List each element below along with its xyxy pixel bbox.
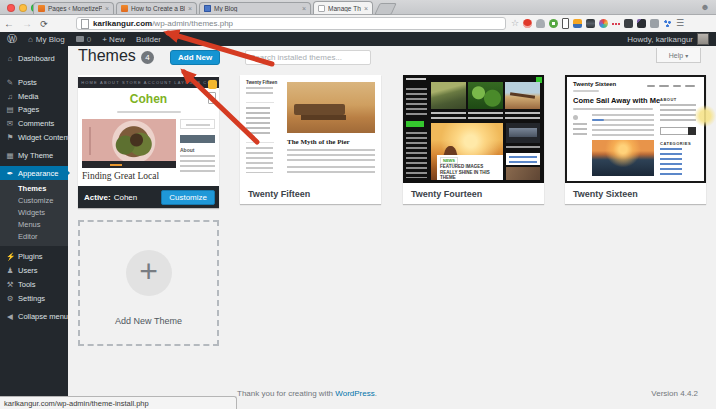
sidebar-item-tools[interactable]: ⚒Tools	[0, 278, 68, 291]
sidebar-item-widget-content[interactable]: ⚑Widget Content	[0, 131, 68, 144]
comments-shortcut[interactable]: 0	[76, 35, 91, 44]
pier-photo	[287, 82, 375, 133]
browser-tab-active[interactable]: Manage Themes ‹ My Blog ×	[313, 1, 373, 14]
widget-thumb-mountain	[506, 123, 540, 143]
hand-extension-icon[interactable]	[536, 19, 545, 28]
sidebar-green-button	[406, 121, 424, 127]
pages-icon: ▤	[6, 105, 14, 114]
divider	[246, 102, 274, 103]
green-extension-icon[interactable]	[549, 19, 558, 28]
tab-close-icon[interactable]: ×	[105, 5, 109, 12]
sidebar-item-users[interactable]: ♟Users	[0, 264, 68, 277]
theme-card-twenty-fifteen[interactable]: Twenty Fifteen The Myth of the Pier Twen…	[240, 75, 381, 204]
submenu-item-customize[interactable]: Customize	[18, 195, 68, 207]
tab-close-icon[interactable]: ×	[188, 5, 192, 12]
submenu-item-editor[interactable]: Editor	[18, 231, 68, 243]
bookmark-star-icon[interactable]: ☆	[511, 18, 519, 28]
forward-icon[interactable]: →	[18, 19, 36, 29]
chrome-menu-icon[interactable]: ☰	[676, 19, 684, 28]
cohen-nav: HOME ABOUT STORE ACCOUNT LAYOUTS CON	[78, 77, 219, 88]
sidebar-item-label: Users	[18, 266, 38, 275]
profile-icon[interactable]: ☻	[700, 2, 710, 12]
featured-post-box: NEWS FEATURED IMAGES REALLY SHINE IN THI…	[437, 155, 503, 180]
minimize-window-button[interactable]	[19, 4, 27, 12]
customize-button[interactable]: Customize	[161, 190, 215, 205]
sidebar-item-dashboard[interactable]: ⌂Dashboard	[0, 52, 68, 65]
tab-close-icon[interactable]: ×	[302, 5, 306, 12]
wordpress-link[interactable]: WordPress	[335, 389, 374, 398]
sidebar-item-comments[interactable]: ✉Comments	[0, 117, 68, 130]
address-bar[interactable]: karlkangur.com/wp-admin/themes.php	[76, 17, 506, 30]
text-placeholder	[246, 147, 273, 173]
link-list-placeholder	[660, 148, 682, 176]
sidebar-item-plugins[interactable]: ⚡Plugins	[0, 250, 68, 263]
submenu-item-widgets[interactable]: Widgets	[18, 207, 68, 219]
colorwheel-extension-icon[interactable]	[599, 19, 608, 28]
author-avatar	[573, 115, 578, 120]
theme-card-twenty-fourteen[interactable]: NEWS FEATURED IMAGES REALLY SHINE IN THI…	[403, 75, 544, 204]
wp-logo-menu[interactable]: Ⓦ	[7, 32, 17, 46]
site-menu[interactable]: ⌂ My Blog	[28, 35, 65, 44]
new-tab-button[interactable]	[374, 3, 397, 15]
sidebar-item-media[interactable]: ♫Media	[0, 90, 68, 103]
active-prefix: Active:	[84, 193, 111, 202]
cast-extension-icon[interactable]	[650, 19, 659, 28]
browser-tab-3[interactable]: My Blog ×	[199, 2, 311, 14]
text-placeholder	[573, 123, 587, 135]
extension-icons: ☰	[523, 18, 684, 29]
screenshot-extension-icon[interactable]	[637, 19, 646, 28]
text-placeholder	[509, 156, 537, 163]
sidebar-item-my-theme[interactable]: ▦My Theme	[0, 149, 68, 162]
phone-extension-icon[interactable]	[562, 18, 569, 29]
help-button[interactable]: Help	[656, 48, 701, 63]
sidebar-item-posts[interactable]: ✎Posts	[0, 76, 68, 89]
submenu-item-menus[interactable]: Menus	[18, 219, 68, 231]
adblock-extension-icon[interactable]	[523, 19, 532, 28]
sidebar-item-label: Plugins	[18, 252, 43, 261]
new-label: + New	[102, 35, 125, 44]
account-menu[interactable]: Howdy, karlkangur	[627, 33, 709, 45]
text-placeholder	[573, 90, 599, 92]
comment-count: 0	[87, 35, 91, 44]
theme-card-twenty-sixteen[interactable]: Twenty Sixteen Come Sail Away with Me AB…	[565, 75, 706, 204]
dark-square-extension-icon[interactable]	[624, 19, 633, 28]
dark-extension-icon[interactable]	[586, 19, 595, 28]
text-placeholder	[468, 112, 503, 120]
close-window-button[interactable]	[7, 4, 15, 12]
version-text: Version 4.4.2	[651, 389, 698, 398]
theme-name: Twenty Fourteen	[403, 183, 544, 204]
add-new-theme-card[interactable]: Add New Theme	[78, 220, 219, 346]
orange-extension-icon[interactable]	[573, 19, 582, 28]
sidebar-item-collapse-menu[interactable]: ◀Collapse menu	[0, 310, 68, 323]
comment-bubble-icon	[76, 36, 84, 42]
sidebar-item-pages[interactable]: ▤Pages	[0, 103, 68, 116]
add-new-button[interactable]: Add New	[170, 50, 220, 65]
back-icon[interactable]: ←	[0, 19, 18, 29]
browser-tab-1[interactable]: Pages ‹ MonetizePros — W ×	[33, 2, 114, 14]
page-title: Themes	[78, 47, 136, 65]
featured-headline: FEATURED IMAGES REALLY SHINE IN THIS THE…	[440, 164, 500, 181]
ocean-sunset-photo	[592, 140, 654, 176]
builder-menu[interactable]: Builder	[136, 35, 161, 44]
reload-icon[interactable]: ⟳	[36, 19, 52, 29]
text-placeholder	[660, 104, 696, 123]
blue-dots-extension-icon[interactable]	[663, 19, 672, 28]
theme-card-cohen[interactable]: HOME ABOUT STORE ACCOUNT LAYOUTS CON Coh…	[78, 75, 219, 208]
text-placeholder	[246, 87, 273, 95]
sidebar-item-label: Dashboard	[18, 54, 55, 63]
widget-content-icon: ⚑	[6, 133, 14, 142]
red-dots-extension-icon[interactable]	[612, 23, 614, 25]
sidebar-item-settings[interactable]: ⚙Settings	[0, 292, 68, 305]
theme-count-badge: 4	[141, 51, 154, 64]
text-placeholder	[287, 166, 375, 176]
browser-tab-2[interactable]: How to Create a Blog and ×	[116, 2, 197, 14]
search-input[interactable]	[245, 50, 371, 65]
sidebar-button	[180, 135, 215, 143]
theme-preview-twenty-fourteen: NEWS FEATURED IMAGES REALLY SHINE IN THI…	[403, 75, 544, 183]
url-path: /wp-admin/themes.php	[152, 19, 233, 28]
nav-placeholder	[647, 85, 655, 87]
tab-close-icon[interactable]: ×	[364, 5, 368, 12]
sidebar-item-appearance[interactable]: ✒Appearance	[0, 166, 68, 180]
submenu-item-themes[interactable]: Themes	[18, 183, 68, 195]
new-content-menu[interactable]: + New	[102, 35, 125, 44]
